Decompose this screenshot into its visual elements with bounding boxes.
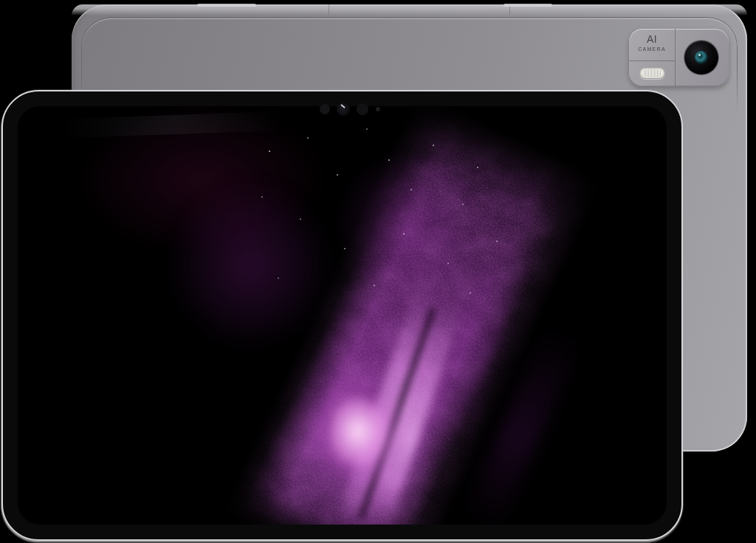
top-edge-seam [329, 4, 329, 15]
power-button [504, 4, 552, 7]
lens-speck [698, 54, 701, 56]
nebula-pink-blob-core [329, 396, 388, 466]
nebula-wallpaper [18, 106, 667, 525]
front-sensor-icon [320, 104, 330, 114]
lens-glint [340, 104, 346, 108]
volume-button [197, 4, 256, 7]
module-divider [675, 29, 676, 86]
ai-camera-label: AI CAMERA [629, 34, 675, 52]
flash-led-icon [639, 67, 665, 79]
back-top-edge-highlight [72, 4, 747, 15]
ai-label: AI [629, 34, 675, 45]
tablet-screen [18, 106, 667, 525]
front-sensor-icon [357, 103, 368, 115]
product-photo-tablets: AI CAMERA [0, 0, 756, 543]
front-tablet [1, 90, 683, 541]
front-camera-array [320, 101, 394, 119]
module-divider [629, 60, 675, 61]
rear-camera-lens-icon [684, 41, 718, 75]
front-mic-dot [376, 107, 380, 111]
camera-label: CAMERA [629, 46, 675, 52]
front-camera-lens-icon [337, 103, 350, 116]
lens-glint [695, 51, 708, 64]
star-field [18, 106, 19, 108]
rear-camera-module: AI CAMERA [629, 29, 729, 86]
